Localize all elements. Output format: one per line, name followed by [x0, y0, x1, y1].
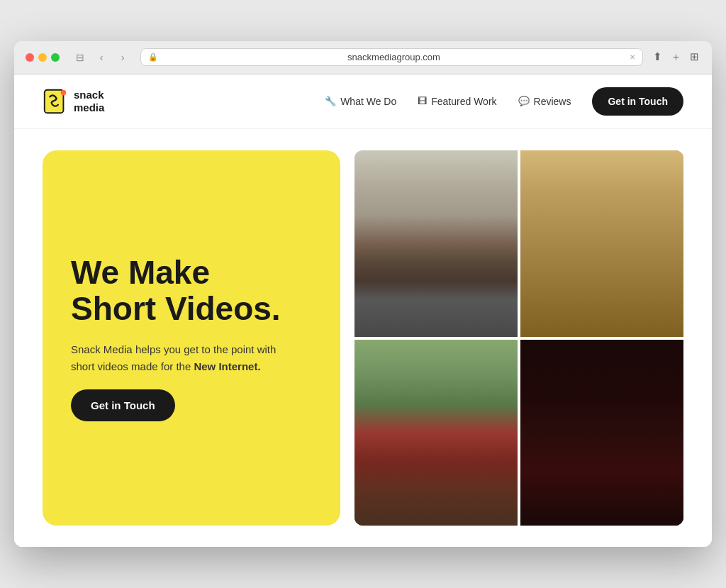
wrench-icon: 🔧: [325, 96, 336, 106]
chat-icon: 💬: [518, 96, 530, 106]
nav-reviews-label: Reviews: [534, 96, 571, 107]
forward-button[interactable]: ›: [113, 48, 132, 67]
svg-point-48: [462, 479, 473, 490]
nav-featured-work-label: Featured Work: [431, 96, 496, 107]
svg-point-1: [61, 90, 67, 96]
svg-rect-39: [354, 470, 518, 526]
svg-rect-9: [440, 209, 460, 236]
svg-point-47: [457, 475, 476, 494]
svg-rect-7: [384, 209, 405, 236]
logo[interactable]: snack media: [43, 87, 104, 116]
svg-rect-51: [408, 446, 464, 463]
svg-rect-17: [520, 150, 683, 337]
hero-cta-button[interactable]: Get in Touch: [71, 389, 175, 421]
svg-point-12: [423, 216, 464, 264]
svg-rect-3: [374, 164, 498, 288]
film-icon: 🎞: [418, 96, 427, 106]
svg-rect-56: [520, 340, 683, 526]
hero-image-cart: [354, 340, 518, 526]
main-nav: snack media 🔧 What We Do 🎞 Featured Work…: [14, 74, 712, 129]
address-bar[interactable]: 🔒 snackmediagroup.com ✕: [140, 48, 643, 66]
svg-point-50: [473, 448, 489, 459]
grid-icon[interactable]: ⊞: [688, 49, 700, 65]
svg-rect-24: [520, 150, 683, 171]
reload-icon[interactable]: ✕: [630, 53, 635, 61]
logo-text: snack media: [74, 89, 104, 114]
svg-rect-59: [533, 494, 644, 497]
url-text: snackmediagroup.com: [162, 52, 625, 62]
back-button[interactable]: ‹: [92, 48, 111, 67]
hero-image-man: [354, 150, 518, 337]
nav-what-we-do[interactable]: 🔧 What We Do: [325, 96, 396, 107]
svg-rect-28: [650, 178, 678, 233]
new-tab-icon[interactable]: ＋: [669, 49, 683, 65]
svg-rect-5: [412, 174, 432, 202]
svg-rect-18: [520, 267, 683, 336]
svg-point-46: [452, 469, 482, 499]
svg-rect-13: [423, 260, 464, 316]
svg-rect-40: [381, 436, 491, 477]
svg-point-10: [367, 278, 450, 313]
sidebar-toggle-button[interactable]: ⊟: [71, 48, 89, 67]
svg-rect-16: [425, 264, 460, 277]
svg-point-37: [395, 340, 478, 450]
svg-rect-4: [384, 174, 405, 202]
svg-rect-26: [588, 150, 597, 267]
website-content: snack media 🔧 What We Do 🎞 Featured Work…: [14, 74, 712, 548]
hero-title: We Make Short Videos.: [71, 255, 312, 326]
share-icon[interactable]: ⬆: [652, 49, 664, 65]
svg-rect-60: [520, 505, 683, 507]
nav-reviews[interactable]: 💬 Reviews: [518, 96, 571, 107]
close-window-button[interactable]: [26, 53, 34, 62]
logo-icon: [43, 87, 68, 116]
hero-image-grid: [354, 150, 683, 526]
browser-window: ⊟ ‹ › 🔒 snackmediagroup.com ✕ ⬆ ＋ ⊞: [14, 41, 712, 548]
svg-point-34: [654, 160, 661, 167]
svg-rect-6: [440, 174, 460, 202]
svg-point-32: [557, 160, 564, 167]
svg-rect-31: [581, 240, 650, 250]
svg-rect-8: [412, 209, 432, 236]
svg-rect-25: [533, 150, 542, 267]
hero-left-panel: We Make Short Videos. Snack Media helps …: [43, 150, 340, 526]
svg-rect-30: [588, 247, 644, 267]
hero-section: We Make Short Videos. Snack Media helps …: [14, 129, 712, 548]
svg-rect-58: [520, 488, 657, 492]
browser-toolbar: ⊟ ‹ › 🔒 snackmediagroup.com ✕ ⬆ ＋ ⊞: [14, 41, 712, 74]
svg-rect-57: [520, 477, 683, 483]
svg-rect-27: [643, 150, 652, 267]
browser-actions: ⬆ ＋ ⊞: [652, 49, 700, 65]
window-controls: [26, 53, 60, 62]
nav-cta-button[interactable]: Get in Touch: [592, 87, 683, 116]
svg-point-45: [399, 479, 411, 490]
minimize-window-button[interactable]: [38, 53, 47, 62]
svg-rect-29: [650, 178, 678, 233]
svg-point-33: [605, 160, 613, 167]
security-icon: 🔒: [148, 52, 158, 62]
svg-point-38: [457, 340, 518, 450]
nav-what-we-do-label: What We Do: [340, 96, 396, 107]
svg-point-36: [354, 340, 415, 450]
hero-subtitle: Snack Media helps you get to the point w…: [71, 341, 284, 375]
svg-rect-42: [395, 418, 443, 436]
nav-links: 🔧 What We Do 🎞 Featured Work 💬 Reviews G…: [325, 87, 683, 116]
svg-point-49: [383, 448, 399, 459]
svg-point-44: [396, 475, 415, 494]
hero-image-warehouse: [520, 150, 683, 337]
svg-point-14: [423, 212, 462, 240]
svg-rect-11: [374, 282, 442, 302]
svg-rect-41: [388, 416, 484, 440]
svg-rect-35: [354, 340, 518, 526]
svg-point-43: [390, 469, 420, 499]
svg-rect-15: [436, 257, 449, 268]
nav-controls: ⊟ ‹ ›: [71, 48, 132, 67]
hero-image-dark: [520, 340, 683, 526]
nav-featured-work[interactable]: 🎞 Featured Work: [418, 96, 496, 107]
maximize-window-button[interactable]: [51, 53, 60, 62]
svg-rect-2: [354, 150, 518, 337]
